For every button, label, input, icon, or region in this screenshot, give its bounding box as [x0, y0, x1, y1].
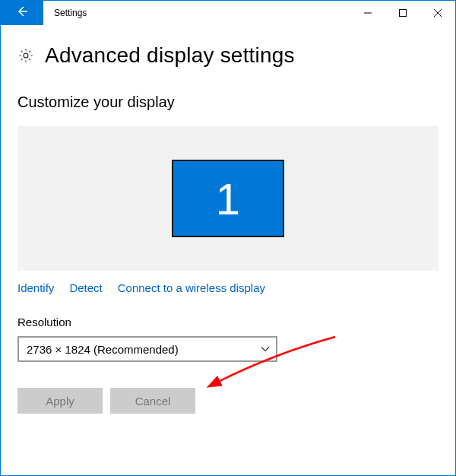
maximize-icon: [399, 6, 407, 20]
svg-rect-0: [400, 10, 407, 17]
display-preview: 1: [17, 126, 439, 271]
window-title: Settings: [43, 1, 350, 25]
page-header: Advanced display settings: [17, 43, 439, 68]
content-area: Advanced display settings Customize your…: [1, 25, 455, 414]
wireless-display-link[interactable]: Connect to a wireless display: [118, 281, 265, 294]
minimize-icon: [364, 6, 372, 20]
resolution-selected: 2736 × 1824 (Recommended): [27, 343, 179, 356]
monitor-number: 1: [216, 173, 240, 224]
maximize-button[interactable]: [385, 1, 420, 25]
resolution-dropdown[interactable]: 2736 × 1824 (Recommended): [17, 336, 277, 362]
page-title: Advanced display settings: [45, 43, 295, 68]
title-bar: Settings: [1, 1, 455, 25]
identify-link[interactable]: Identify: [17, 281, 54, 294]
resolution-label: Resolution: [17, 316, 439, 328]
detect-link[interactable]: Detect: [69, 281, 102, 294]
close-button[interactable]: [420, 1, 455, 25]
window-controls: [350, 1, 455, 25]
display-links: Identify Detect Connect to a wireless di…: [17, 281, 439, 294]
back-button[interactable]: [1, 1, 43, 25]
close-icon: [434, 6, 442, 20]
section-title: Customize your display: [17, 94, 439, 111]
cancel-button[interactable]: Cancel: [110, 388, 195, 414]
svg-point-1: [24, 53, 28, 58]
arrow-left-icon: [16, 5, 28, 21]
apply-button[interactable]: Apply: [17, 388, 103, 414]
minimize-button[interactable]: [350, 1, 385, 25]
monitor-thumbnail[interactable]: 1: [172, 160, 284, 237]
gear-icon: [17, 47, 34, 64]
chevron-down-icon: [261, 343, 270, 356]
action-buttons: Apply Cancel: [17, 388, 439, 414]
